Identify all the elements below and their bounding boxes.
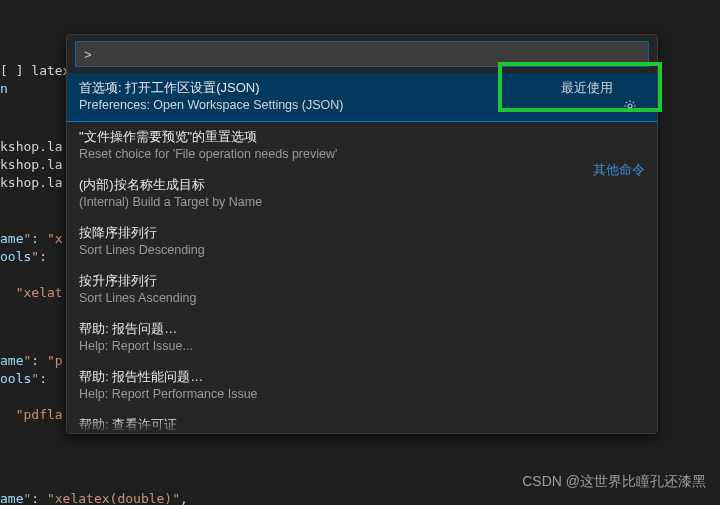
cmd-item-subtitle: Preferences: Open Workspace Settings (JS… bbox=[79, 97, 645, 114]
cmd-item-subtitle: Help: Report Issue... bbox=[79, 338, 645, 355]
cmd-item-title: 按降序排列行 bbox=[79, 224, 645, 242]
cmd-item-reset-file-preview[interactable]: "文件操作需要预览"的重置选项 Reset choice for 'File o… bbox=[67, 122, 657, 170]
cmd-item-subtitle: (Internal) Build a Target by Name bbox=[79, 194, 645, 211]
cmd-item-help-report-issue[interactable]: 帮助: 报告问题… Help: Report Issue... bbox=[67, 314, 657, 362]
command-palette: 首选项: 打开工作区设置(JSON) Preferences: Open Wor… bbox=[66, 34, 658, 434]
cmd-item-title: 按升序排列行 bbox=[79, 272, 645, 290]
cmd-item-sort-lines-asc[interactable]: 按升序排列行 Sort Lines Ascending bbox=[67, 266, 657, 314]
gear-icon[interactable] bbox=[623, 99, 637, 113]
cmd-item-open-workspace-settings-json[interactable]: 首选项: 打开工作区设置(JSON) Preferences: Open Wor… bbox=[67, 73, 657, 122]
command-list: 首选项: 打开工作区设置(JSON) Preferences: Open Wor… bbox=[67, 73, 657, 433]
cmd-item-title: 帮助: 报告性能问题… bbox=[79, 368, 645, 386]
recently-used-label: 最近使用 bbox=[561, 79, 613, 97]
cmd-item-title: "文件操作需要预览"的重置选项 bbox=[79, 128, 645, 146]
svg-point-0 bbox=[628, 104, 632, 108]
cmd-item-subtitle: Reset choice for 'File operation needs p… bbox=[79, 146, 645, 163]
fade-overlay bbox=[67, 419, 657, 433]
cmd-item-build-target-by-name[interactable]: (内部)按名称生成目标 (Internal) Build a Target by… bbox=[67, 170, 657, 218]
code-string: "xelatex(double)" bbox=[47, 491, 180, 505]
cmd-item-subtitle: Sort Lines Ascending bbox=[79, 290, 645, 307]
cmd-item-sort-lines-desc[interactable]: 按降序排列行 Sort Lines Descending bbox=[67, 218, 657, 266]
command-input[interactable] bbox=[75, 41, 649, 67]
cmd-item-subtitle: Help: Report Performance Issue bbox=[79, 386, 645, 403]
cmd-item-title: 帮助: 报告问题… bbox=[79, 320, 645, 338]
cmd-item-subtitle: Sort Lines Descending bbox=[79, 242, 645, 259]
watermark: CSDN @这世界比瞳孔还漆黑 bbox=[522, 473, 706, 491]
cmd-item-title: (内部)按名称生成目标 bbox=[79, 176, 645, 194]
cmd-item-help-report-perf-issue[interactable]: 帮助: 报告性能问题… Help: Report Performance Iss… bbox=[67, 362, 657, 410]
